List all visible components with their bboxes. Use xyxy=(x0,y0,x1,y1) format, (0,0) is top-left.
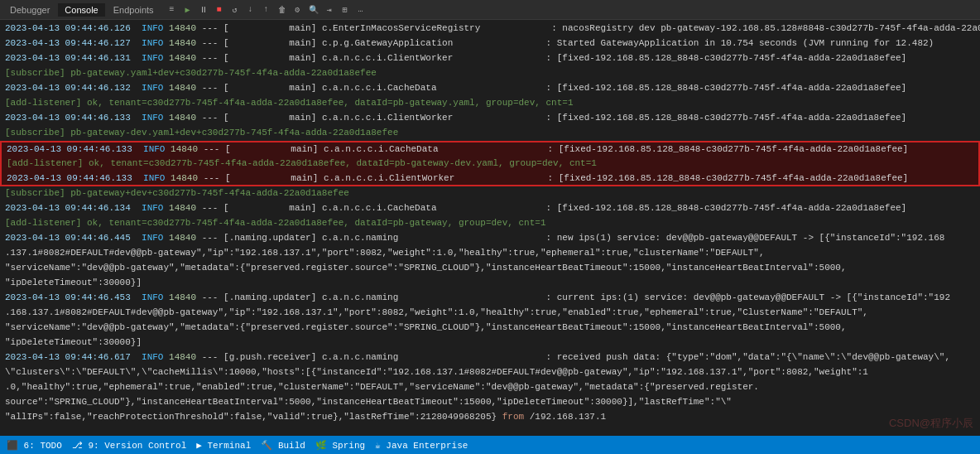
bottom-todo[interactable]: ⬛ 6: TODO xyxy=(7,440,62,451)
clear-icon[interactable]: ≡ xyxy=(166,3,179,17)
scroll-down-icon[interactable]: ↓ xyxy=(244,3,257,17)
search-icon[interactable]: 🔍 xyxy=(307,3,320,17)
settings-icon[interactable]: ⚙ xyxy=(291,3,305,17)
run-icon[interactable]: ▶ xyxy=(181,3,195,17)
log-line: [add-listener] ok, tenant=c30d277b-745f-… xyxy=(0,96,980,111)
log-line: 2023-04-13 09:44:46.131 INFO 14840 --- [… xyxy=(0,51,980,66)
bottom-spring[interactable]: 🌿 Spring xyxy=(315,440,365,451)
log-line: 2023-04-13 09:44:46.134 INFO 14840 --- [… xyxy=(0,201,980,216)
pause-icon[interactable]: ⏸ xyxy=(197,3,210,17)
log-line: [subscribe] pb-gateway-dev.yaml+dev+c30d… xyxy=(0,126,980,141)
log-line-highlighted-1: 2023-04-13 09:44:46.133 INFO 14840 --- [… xyxy=(0,141,980,157)
trash-icon[interactable]: 🗑 xyxy=(276,3,289,17)
log-line: "serviceName":"dev@@pb-gateway","metadat… xyxy=(0,261,980,276)
bottom-build[interactable]: 🔨 Build xyxy=(261,440,305,451)
log-line-highlighted-3: 2023-04-13 09:44:46.133 INFO 14840 --- [… xyxy=(0,171,980,187)
log-line: 2023-04-13 09:44:46.126 INFO 14840 --- [… xyxy=(0,22,980,36)
tab-console[interactable]: Console xyxy=(58,3,104,17)
log-line: source":"SPRING_CLOUD"},"instanceHeartBe… xyxy=(0,395,980,410)
log-line: 2023-04-13 09:44:46.453 INFO 14840 --- [… xyxy=(0,291,980,306)
log-line: \"clusters\":\"DEFAULT\",\"cacheMillis\"… xyxy=(0,365,980,380)
log-line: 2023-04-13 09:44:46.617 INFO 14840 --- [… xyxy=(0,350,980,365)
bottom-terminal[interactable]: ▶ Terminal xyxy=(196,440,251,451)
log-line: 2023-04-13 09:44:46.445 INFO 14840 --- [… xyxy=(0,231,980,246)
more-icon[interactable]: … xyxy=(354,3,368,17)
log-line: .137.1#8082#DEFAULT#dev@@pb-gateway","ip… xyxy=(0,246,980,261)
toolbar: Debugger Console Endpoints ≡ ▶ ⏸ ■ ↺ ↓ ↑… xyxy=(0,0,980,20)
bottom-vcs[interactable]: ⎇ 9: Version Control xyxy=(72,440,186,451)
log-line: [subscribe] pb-gateway.yaml+dev+c30d277b… xyxy=(0,66,980,81)
grid-icon[interactable]: ⊞ xyxy=(339,3,352,17)
scroll-up-icon[interactable]: ↑ xyxy=(260,3,273,17)
log-line: 2023-04-13 09:44:46.132 INFO 14840 --- [… xyxy=(0,81,980,96)
bottom-java-enterprise[interactable]: ☕ Java Enterprise xyxy=(375,440,468,451)
log-line: "ipDeleteTimeout":30000}] xyxy=(0,336,980,350)
log-line: "allIPs":false,"reachProtectionThreshold… xyxy=(0,410,980,425)
log-line: "serviceName":"dev@@pb-gateway","metadat… xyxy=(0,321,980,336)
log-line-highlighted-2: [add-listener] ok, tenant=c30d277b-745f-… xyxy=(0,157,980,171)
log-line: .0,"healthy":true,"ephemeral":true,"enab… xyxy=(0,380,980,395)
bottom-bar: ⬛ 6: TODO ⎇ 9: Version Control ▶ Termina… xyxy=(0,436,980,454)
expand-icon[interactable]: ⇥ xyxy=(323,3,336,17)
log-line: "ipDeleteTimeout":30000}] xyxy=(0,276,980,291)
log-line: [subscribe] pb-gateway+dev+c30d277b-745f… xyxy=(0,186,980,201)
log-line: 2023-04-13 09:44:46.133 INFO 14840 --- [… xyxy=(0,111,980,126)
reload-icon[interactable]: ↺ xyxy=(228,3,242,17)
log-line: 2023-04-13 09:44:46.127 INFO 14840 --- [… xyxy=(0,36,980,51)
tab-endpoints[interactable]: Endpoints xyxy=(107,3,161,17)
log-line: .168.137.1#8082#DEFAULT#dev@@pb-gateway"… xyxy=(0,306,980,321)
log-area: 2023-04-13 09:44:46.126 INFO 14840 --- [… xyxy=(0,20,980,436)
stop-icon[interactable]: ■ xyxy=(213,3,226,17)
log-line: [add-listener] ok, tenant=c30d277b-745f-… xyxy=(0,216,980,231)
tab-debugger[interactable]: Debugger xyxy=(3,3,56,17)
